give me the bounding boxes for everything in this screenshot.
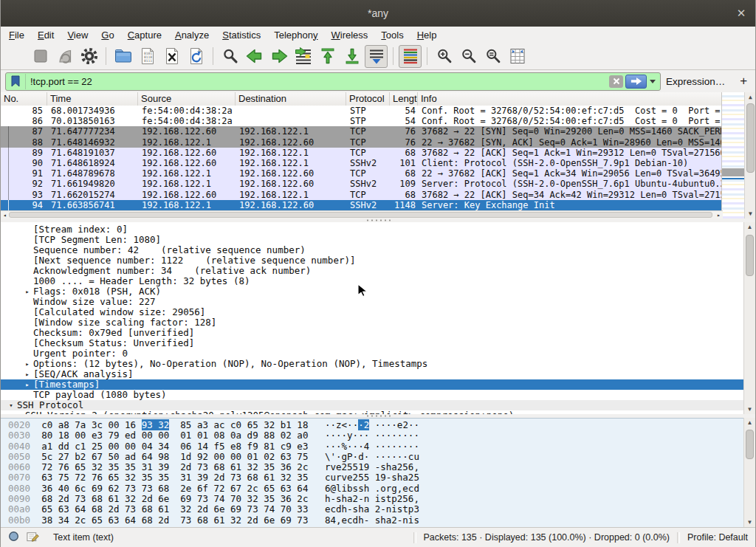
scroll-left-icon[interactable]: ◂: [1, 211, 9, 219]
zoom-out-button[interactable]: [457, 45, 480, 68]
detail-line[interactable]: 1000 .... = Header Length: 32 bytes (8): [1, 276, 756, 286]
expander-icon[interactable]: ▾: [7, 400, 16, 410]
bytes-vscrollbar[interactable]: ▲ ▼: [743, 418, 755, 527]
packet-row-85[interactable]: 8568.001734936fe:54:00:d4:38:2aSTP54Conf…: [1, 106, 723, 116]
packet-row-94[interactable]: 9471.663856741192.168.122.1192.168.122.6…: [1, 200, 723, 210]
stop-capture-button[interactable]: [29, 45, 52, 68]
column-header-info[interactable]: Info: [418, 92, 723, 106]
detail-line[interactable]: ▸[SEQ/ACK analysis]: [1, 369, 756, 379]
display-filter-input[interactable]: !tcp.port == 22: [5, 72, 661, 91]
menu-tools[interactable]: Tools: [374, 28, 410, 42]
menu-go[interactable]: Go: [94, 28, 120, 42]
detail-line[interactable]: [Checksum Status: Unverified]: [1, 338, 756, 348]
details-vscrollbar[interactable]: ▲ ▼: [743, 222, 755, 414]
hex-line[interactable]: 0060 72 76 65 32 35 35 31 39 2d 73 68 61…: [8, 462, 756, 472]
menu-telephony[interactable]: Telephony: [267, 28, 324, 42]
expander-icon[interactable]: ▸: [23, 369, 32, 379]
resize-columns-button[interactable]: [506, 45, 529, 68]
save-file-button[interactable]: 010101100111: [136, 45, 159, 68]
capture-options-button[interactable]: [78, 45, 100, 68]
packet-row-87[interactable]: 8771.647777234192.168.122.60192.168.122.…: [1, 126, 723, 137]
detail-line[interactable]: TCP payload (1080 bytes): [1, 390, 756, 400]
vscroll-thumb[interactable]: [746, 430, 754, 459]
detail-line[interactable]: [Window size scaling factor: 128]: [1, 317, 756, 328]
status-profile[interactable]: Profile: Default: [687, 532, 748, 543]
hex-line[interactable]: 0050 5c 27 b2 67 50 ad 64 98 1d 92 00 00…: [8, 452, 756, 462]
detail-line[interactable]: [Calculated window size: 29056]: [1, 307, 756, 317]
detail-line[interactable]: Sequence number: 42 (relative sequence n…: [1, 245, 756, 255]
filter-text[interactable]: !tcp.port == 22: [26, 76, 609, 87]
packet-row-92[interactable]: 9271.661949820192.168.122.1192.168.122.6…: [1, 179, 723, 189]
hex-line[interactable]: 0090 68 2d 73 68 61 32 2d 6e 69 73 74 70…: [8, 494, 756, 504]
close-file-button[interactable]: [160, 45, 183, 68]
detail-line[interactable]: [TCP Segment Len: 1080]: [1, 235, 756, 245]
scroll-up-icon[interactable]: ▲: [745, 92, 756, 102]
packet-row-91[interactable]: 9171.648789678192.168.122.1192.168.122.6…: [1, 168, 723, 179]
detail-line[interactable]: Urgent pointer: 0: [1, 348, 756, 359]
column-header-destination[interactable]: Destination: [236, 92, 346, 106]
start-capture-button[interactable]: [4, 45, 27, 68]
detail-line[interactable]: ▸Flags: 0x018 (PSH, ACK): [1, 286, 756, 297]
hex-line[interactable]: 00a0 65 63 64 68 2d 73 68 61 32 2d 6e 69…: [8, 504, 756, 515]
detail-line[interactable]: Checksum: 0x79ed [unverified]: [1, 328, 756, 338]
detail-line[interactable]: ▸Options: (12 bytes), No-Operation (NOP)…: [1, 359, 756, 369]
packet-row-86[interactable]: 8670.013850163fe:54:00:d4:38:2aSTP54Conf…: [1, 116, 723, 126]
scroll-down-icon[interactable]: ▼: [744, 517, 755, 527]
scroll-down-icon[interactable]: ▼: [745, 209, 756, 219]
packet-list-minimap-scrollbar[interactable]: [721, 92, 744, 219]
column-header-time[interactable]: Time: [47, 92, 138, 106]
go-to-last-button[interactable]: [340, 45, 363, 68]
expert-info-icon[interactable]: [8, 531, 19, 544]
hex-line[interactable]: 0070 63 75 72 76 65 32 35 35 31 39 2d 73…: [8, 472, 756, 483]
packet-row-93[interactable]: 9371.662015274192.168.122.60192.168.122.…: [1, 190, 723, 200]
column-header-source[interactable]: Source: [138, 92, 236, 106]
menu-edit[interactable]: Edit: [31, 28, 61, 42]
packet-row-89[interactable]: 8971.648191037192.168.122.60192.168.122.…: [1, 148, 723, 158]
reload-file-button[interactable]: [185, 45, 207, 68]
go-back-button[interactable]: [243, 45, 266, 68]
expander-icon[interactable]: ▸: [23, 379, 32, 390]
go-to-first-button[interactable]: [316, 45, 339, 68]
hex-line[interactable]: 00b0 38 34 2c 65 63 64 68 2d 73 68 61 32…: [8, 515, 756, 526]
menu-help[interactable]: Help: [410, 28, 444, 42]
packet-list-hscrollbar[interactable]: ◂ ▸: [1, 210, 723, 219]
colorize-packets-button[interactable]: [399, 45, 422, 68]
filter-bookmark-icon[interactable]: [6, 74, 26, 89]
apply-filter-button[interactable]: [625, 75, 647, 89]
close-window-button[interactable]: ✕: [734, 6, 749, 21]
add-filter-button[interactable]: +: [735, 74, 752, 89]
detail-line[interactable]: Window size value: 227: [1, 297, 756, 307]
column-header-length[interactable]: Length: [390, 92, 418, 106]
scroll-right-icon[interactable]: ▸: [715, 211, 723, 219]
find-packet-button[interactable]: [219, 45, 241, 68]
detail-line[interactable]: ▾SSH Protocol: [1, 400, 756, 410]
scroll-down-icon[interactable]: ▼: [744, 405, 755, 414]
title-bar[interactable]: *any ✕: [1, 0, 755, 27]
filter-dropdown-icon[interactable]: [650, 80, 656, 83]
hex-line[interactable]: 0030 80 18 00 e3 79 ed 00 00 01 01 08 0a…: [8, 430, 756, 441]
vscroll-thumb[interactable]: [746, 235, 754, 276]
open-file-button[interactable]: [111, 45, 134, 68]
capture-comment-icon[interactable]: [26, 530, 39, 545]
detail-line[interactable]: [Next sequence number: 1122 (relative se…: [1, 255, 756, 266]
hscroll-thumb[interactable]: [9, 212, 712, 218]
hex-line[interactable]: 0020 c0 a8 7a 3c 00 16 93 32 85 a3 ac c0…: [8, 420, 756, 430]
expander-icon[interactable]: ▸: [23, 359, 32, 369]
menu-view[interactable]: View: [61, 28, 94, 42]
zoom-original-button[interactable]: [481, 45, 504, 68]
go-to-packet-button[interactable]: [292, 45, 315, 68]
go-forward-button[interactable]: [267, 45, 290, 68]
detail-line[interactable]: ▸[Timestamps]: [1, 379, 756, 390]
packet-row-90[interactable]: 9071.648618924192.168.122.60192.168.122.…: [1, 158, 723, 168]
restart-capture-button[interactable]: [53, 45, 76, 68]
hex-line[interactable]: 0040 a1 dd c1 25 00 00 04 34 06 14 f5 e8…: [8, 441, 756, 452]
auto-scroll-button[interactable]: [365, 45, 388, 68]
expander-icon[interactable]: ▸: [23, 286, 32, 297]
detail-line[interactable]: [Stream index: 0]: [1, 224, 756, 235]
menu-statistics[interactable]: Statistics: [216, 28, 267, 42]
menu-capture[interactable]: Capture: [121, 28, 168, 42]
detail-line[interactable]: Acknowledgment number: 34 (relative ack …: [1, 266, 756, 276]
column-header-protocol[interactable]: Protocol: [346, 92, 390, 106]
menu-analyze[interactable]: Analyze: [168, 28, 216, 42]
packet-row-88[interactable]: 8871.648146932192.168.122.1192.168.122.6…: [1, 137, 723, 148]
